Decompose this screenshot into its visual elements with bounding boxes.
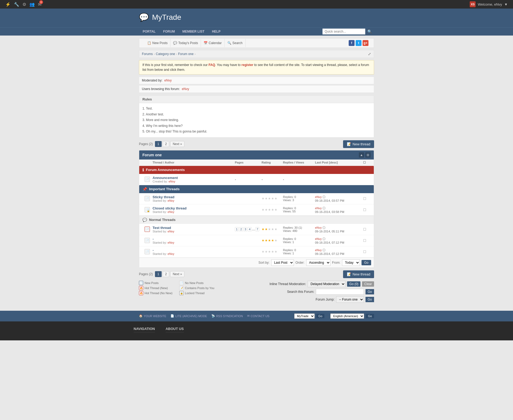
page-2-bottom[interactable]: 2: [163, 271, 169, 277]
lang-select[interactable]: English (American): [330, 313, 364, 319]
breadcrumb-forum-one[interactable]: Forum one: [178, 52, 193, 56]
from-label: From:: [332, 261, 340, 265]
locked-legend-icon: 🔒: [179, 291, 184, 295]
lang-go-button[interactable]: Go: [366, 314, 374, 318]
thread-icon: 📄: [145, 227, 150, 232]
thread-page-1[interactable]: 1: [235, 227, 239, 231]
thread-title-link[interactable]: Test thread: [153, 226, 171, 230]
table-row: 📄 Announcement Created by: eNvy - - -: [139, 174, 374, 185]
topbar-user[interactable]: XS Welcome, eNvy ▼: [470, 1, 508, 7]
thread-check-col[interactable]: ☐: [363, 208, 371, 212]
calendar-link[interactable]: 📅 Calendar: [201, 39, 225, 47]
thread-author-link[interactable]: eNvy: [168, 252, 174, 255]
thread-check-col[interactable]: ☐: [363, 250, 371, 254]
next-btn-bottom[interactable]: Next »: [170, 271, 184, 277]
page-1-bottom[interactable]: 1: [155, 271, 162, 277]
collapse-button[interactable]: ▲: [359, 152, 364, 158]
footer-col-navigation: NAVIGATION: [134, 327, 155, 335]
page-2-top[interactable]: 2: [163, 141, 169, 147]
next-btn-top[interactable]: Next »: [170, 141, 184, 147]
search-input[interactable]: [322, 29, 365, 34]
star-2: ★: [265, 250, 268, 254]
thread-page-3[interactable]: 3: [243, 227, 247, 231]
breadcrumb-category[interactable]: Category one: [156, 52, 175, 56]
faq-link[interactable]: FAQ: [208, 63, 215, 67]
nav-member-list[interactable]: MEMBER LIST: [178, 28, 208, 36]
sort-by-select[interactable]: Last Post: [271, 259, 294, 266]
nav-forum[interactable]: FORUM: [159, 28, 178, 36]
last-post-author[interactable]: eNvy: [315, 195, 322, 199]
search-forum-button[interactable]: Go: [366, 289, 374, 294]
thread-stars: ★ ★ ★ ★ ★: [262, 197, 283, 200]
theme-select[interactable]: MyTrade: [294, 313, 315, 319]
nav-portal[interactable]: PORTAL: [139, 28, 159, 36]
inline-mod-go-button[interactable]: Go (0): [347, 281, 360, 287]
search-forum-input[interactable]: [316, 289, 364, 295]
thread-title-link[interactable]: -: [153, 248, 154, 252]
page-1-top[interactable]: 1: [155, 141, 162, 147]
thread-check-col[interactable]: ☐: [363, 197, 371, 201]
todays-posts-link[interactable]: 💬 Today's Posts: [170, 39, 201, 47]
register-link[interactable]: register: [242, 63, 253, 67]
thread-author-link[interactable]: eNvy: [168, 241, 174, 244]
last-post-author[interactable]: eNvy: [315, 226, 322, 229]
flash-icon[interactable]: ⚡: [5, 2, 11, 7]
locked-label: Locked Thread: [185, 291, 204, 295]
moderator-link[interactable]: eNvy: [164, 79, 172, 82]
forum-jump-button[interactable]: Go: [366, 297, 374, 302]
thread-title-link[interactable]: -: [153, 237, 154, 241]
sort-go-button[interactable]: Go: [362, 260, 371, 265]
thread-title-link[interactable]: Closed sticky thread: [153, 206, 186, 210]
new-thread-button-bottom[interactable]: 📝 New thread: [343, 270, 374, 278]
twitter-button[interactable]: t: [356, 40, 362, 46]
new-posts-link[interactable]: 📋 New Posts: [145, 39, 170, 47]
thread-title-link[interactable]: Sticky thread: [153, 195, 174, 199]
users-icon[interactable]: 👥: [29, 2, 35, 7]
last-post-author[interactable]: eNvy: [315, 237, 322, 240]
thread-check-col[interactable]: ☐: [363, 239, 371, 243]
mail-icon[interactable]: ✉ 0: [38, 2, 41, 7]
search-forum-label: Search this Forum:: [287, 290, 314, 294]
last-post-author[interactable]: eNvy: [315, 248, 322, 252]
thread-author-link[interactable]: eNvy: [168, 199, 174, 202]
thread-rating-col: ★ ★ ★ ★ ★: [262, 250, 283, 254]
thread-author-link[interactable]: eNvy: [168, 210, 174, 213]
footer-contact[interactable]: ✉ CONTACT US: [247, 314, 270, 318]
breadcrumb-forums[interactable]: Forums: [142, 52, 153, 56]
new-thread-button-top[interactable]: 📝 New thread: [343, 140, 374, 148]
footer-lite-mode[interactable]: 📄 LITE (ARCHIVE) MODE: [170, 314, 207, 318]
footer-your-website[interactable]: 🏠 YOUR WEBSITE: [139, 314, 166, 318]
order-select[interactable]: Ascending: [306, 259, 331, 266]
gear-icon[interactable]: ⚙: [22, 2, 26, 7]
settings-button[interactable]: ⊞: [365, 152, 371, 158]
thread-author: Started by: eNvy: [153, 210, 235, 213]
search-link[interactable]: 🔍 Search: [225, 39, 246, 47]
footer-rss[interactable]: 📡 RSS SYNDICATION: [211, 314, 243, 318]
thread-page-2[interactable]: 2: [239, 227, 243, 231]
googleplus-button[interactable]: g+: [363, 40, 368, 46]
legend-no-new: 📄 No New Posts: [179, 281, 214, 285]
thread-page-4[interactable]: 4: [248, 227, 251, 231]
inline-mod-select[interactable]: Delayed Moderation: [308, 281, 345, 287]
from-select[interactable]: Today: [342, 259, 360, 266]
nav-help[interactable]: HELP: [208, 28, 224, 36]
theme-go-button[interactable]: Go: [316, 314, 325, 318]
thread-author-link[interactable]: eNvy: [169, 180, 175, 183]
thread-title: -: [153, 248, 235, 252]
site-header: 💬 MyTrade: [0, 9, 513, 27]
rules-content: 1. Test. 2. Another test. 3. More and mo…: [139, 103, 374, 137]
thread-author-link[interactable]: eNvy: [168, 230, 174, 233]
star-1: ★: [262, 208, 265, 212]
search-button[interactable]: 🔍: [365, 28, 374, 35]
thread-title-link[interactable]: Announcement: [153, 176, 178, 180]
inline-mod-clear-button[interactable]: Clear: [362, 281, 374, 287]
expand-icon[interactable]: ⤢: [368, 52, 371, 56]
header-last-post: Last Post [desc]: [315, 161, 363, 164]
thread-check-col[interactable]: ☐: [363, 227, 371, 231]
forum-jump-select[interactable]: -- Forum one: [336, 296, 364, 303]
thread-page-7[interactable]: 7: [255, 227, 259, 231]
browsing-user-link[interactable]: eNvy: [182, 87, 189, 91]
last-post-author[interactable]: eNvy: [315, 207, 322, 210]
facebook-button[interactable]: f: [349, 40, 355, 46]
wrench-icon[interactable]: 🔧: [14, 2, 19, 7]
